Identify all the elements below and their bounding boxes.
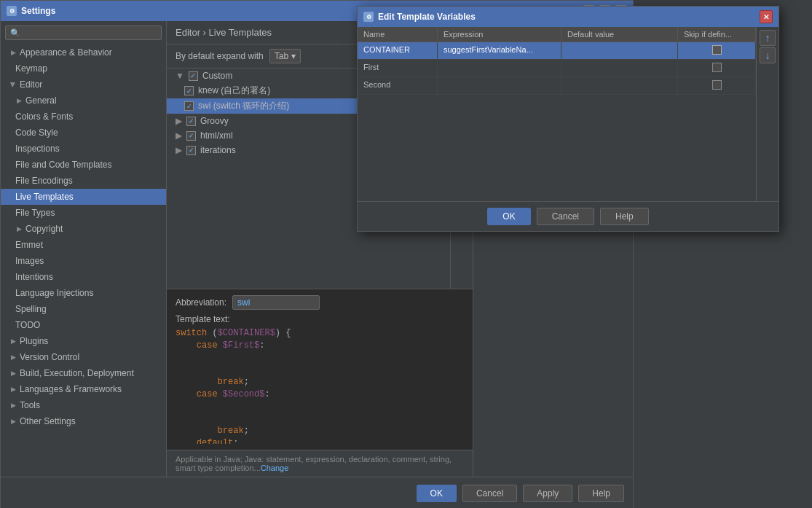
- cell-skip: [678, 42, 756, 59]
- sidebar-item-label: Other Settings: [20, 416, 76, 426]
- chevron-down-icon: ▾: [291, 51, 296, 61]
- settings-footer: OK Cancel Apply Help: [1, 477, 633, 508]
- sidebar: ▶ Appearance & Behavior Keymap ▶ Editor …: [1, 21, 167, 477]
- sidebar-item-inspections[interactable]: Inspections: [1, 141, 166, 157]
- sidebar-item-tools[interactable]: ▶ Tools: [1, 397, 166, 413]
- dialog-ok-button[interactable]: OK: [487, 208, 530, 225]
- abbreviation-input[interactable]: [232, 295, 320, 310]
- sidebar-item-code-style[interactable]: Code Style: [1, 125, 166, 141]
- expand-arrow: ▶: [9, 353, 17, 361]
- expand-arrow: ▶: [9, 418, 17, 425]
- group-checkbox-html-xml[interactable]: [186, 131, 196, 141]
- move-down-button[interactable]: ↓: [760, 47, 776, 63]
- sidebar-item-editor[interactable]: ▶ Editor: [1, 77, 166, 93]
- search-input[interactable]: [5, 26, 162, 40]
- col-header-expression: Expression: [438, 27, 561, 42]
- group-checkbox-groovy[interactable]: [186, 117, 196, 126]
- skip-checkbox[interactable]: [712, 45, 722, 55]
- ok-button[interactable]: OK: [417, 485, 457, 502]
- dialog-icon: ⚙: [363, 12, 374, 22]
- template-detail: Abbreviation: Template text: switch ($CO…: [167, 289, 473, 450]
- sidebar-item-images[interactable]: Images: [1, 253, 166, 269]
- sidebar-item-emmet[interactable]: Emmet: [1, 237, 166, 253]
- cell-name: Second: [358, 77, 438, 94]
- sidebar-item-copyright[interactable]: ▶ Copyright: [1, 221, 166, 237]
- cell-skip: [678, 77, 756, 94]
- sidebar-item-spelling[interactable]: Spelling: [1, 301, 166, 317]
- col-header-skip: Skip if defin...: [678, 27, 756, 42]
- sidebar-item-label: Tools: [20, 400, 40, 410]
- expand-arrow: ▶: [176, 116, 182, 126]
- table-header: Name Expression Default value Skip if de…: [358, 27, 756, 42]
- sidebar-item-label: Version Control: [20, 352, 79, 362]
- item-label-knew: knew (自己的署名): [198, 85, 270, 97]
- apply-button[interactable]: Apply: [523, 485, 572, 502]
- sidebar-item-file-code-templates[interactable]: File and Code Templates: [1, 157, 166, 173]
- table-row[interactable]: Second: [358, 77, 756, 95]
- group-label-groovy: Groovy: [200, 116, 229, 126]
- dialog-title: Edit Template Variables: [378, 12, 755, 22]
- sidebar-item-file-types[interactable]: File Types: [1, 205, 166, 221]
- sidebar-item-colors-fonts[interactable]: Colors & Fonts: [1, 109, 166, 125]
- group-label-html-xml: html/xml: [200, 130, 233, 141]
- dialog-help-button[interactable]: Help: [600, 208, 649, 225]
- expand-arrow: ▶: [9, 337, 17, 345]
- sidebar-item-plugins[interactable]: ▶ Plugins: [1, 333, 166, 349]
- table-row[interactable]: First: [358, 60, 756, 77]
- dialog-table-area: Name Expression Default value Skip if de…: [358, 27, 757, 201]
- sidebar-item-label: File and Code Templates: [15, 160, 112, 170]
- expand-arrow: ▶: [176, 130, 182, 141]
- group-checkbox-iterations[interactable]: [186, 146, 196, 155]
- dialog-close-button[interactable]: ✕: [760, 10, 773, 23]
- sidebar-item-other-settings[interactable]: ▶ Other Settings: [1, 413, 166, 429]
- sidebar-item-version-control[interactable]: ▶ Version Control: [1, 349, 166, 365]
- col-header-default: Default value: [561, 27, 678, 42]
- sidebar-item-file-encodings[interactable]: File Encodings: [1, 173, 166, 189]
- dialog-title-bar: ⚙ Edit Template Variables ✕: [358, 7, 779, 27]
- expand-arrow: ▶: [15, 97, 23, 104]
- help-button[interactable]: Help: [578, 485, 624, 502]
- expand-arrow: ▼: [176, 71, 184, 81]
- expand-dropdown[interactable]: Tab ▾: [269, 49, 301, 63]
- sidebar-item-intentions[interactable]: Intentions: [1, 269, 166, 285]
- cell-expression: [438, 60, 561, 77]
- dialog-side-buttons: ↑ ↓: [757, 27, 779, 201]
- sidebar-item-label: Build, Execution, Deployment: [20, 368, 134, 378]
- abbreviation-label: Abbreviation:: [176, 297, 226, 308]
- item-checkbox-knew[interactable]: [184, 86, 194, 95]
- skip-checkbox[interactable]: [712, 63, 722, 72]
- cell-skip: [678, 60, 756, 77]
- move-up-button[interactable]: ↑: [760, 30, 776, 46]
- dialog-footer: OK Cancel Help: [358, 201, 779, 231]
- skip-checkbox[interactable]: [712, 80, 722, 90]
- table-row[interactable]: CONTAINER suggestFirstVariableNa...: [358, 42, 756, 60]
- sidebar-item-label: Live Templates: [15, 192, 74, 202]
- cancel-button[interactable]: Cancel: [462, 485, 517, 502]
- applicable-change-link[interactable]: Change: [261, 464, 289, 472]
- applicable-info: Applicable in Java; Java: statement, exp…: [167, 450, 473, 477]
- search-box: [1, 21, 166, 44]
- table-body: CONTAINER suggestFirstVariableNa... Firs…: [358, 42, 756, 201]
- group-checkbox-custom[interactable]: [189, 71, 198, 81]
- sidebar-item-label: Appearance & Behavior: [20, 47, 112, 58]
- item-checkbox-swi[interactable]: [184, 101, 194, 111]
- dialog-cancel-button[interactable]: Cancel: [537, 208, 594, 225]
- sidebar-item-label: Keymap: [15, 63, 47, 74]
- sidebar-item-keymap[interactable]: Keymap: [1, 60, 166, 77]
- cell-default: [561, 77, 678, 94]
- applicable-text: Applicable in Java; Java: statement, exp…: [176, 455, 452, 472]
- template-code: switch ($CONTAINER$) { case $First$: bre…: [176, 327, 464, 444]
- cell-name: CONTAINER: [358, 42, 438, 59]
- sidebar-item-live-templates[interactable]: Live Templates: [1, 189, 166, 205]
- sidebar-item-build-exec[interactable]: ▶ Build, Execution, Deployment: [1, 365, 166, 381]
- sidebar-item-todo[interactable]: TODO: [1, 317, 166, 333]
- cell-name: First: [358, 60, 438, 77]
- group-label-iterations: iterations: [200, 145, 236, 155]
- expand-value: Tab: [275, 51, 288, 61]
- sidebar-item-appearance[interactable]: ▶ Appearance & Behavior: [1, 44, 166, 60]
- expand-arrow: ▶: [9, 402, 17, 409]
- sidebar-item-languages[interactable]: ▶ Languages & Frameworks: [1, 381, 166, 397]
- sidebar-item-general[interactable]: ▶ General: [1, 93, 166, 109]
- sidebar-item-language-injections[interactable]: Language Injections: [1, 285, 166, 301]
- expand-arrow: ▶: [9, 386, 17, 393]
